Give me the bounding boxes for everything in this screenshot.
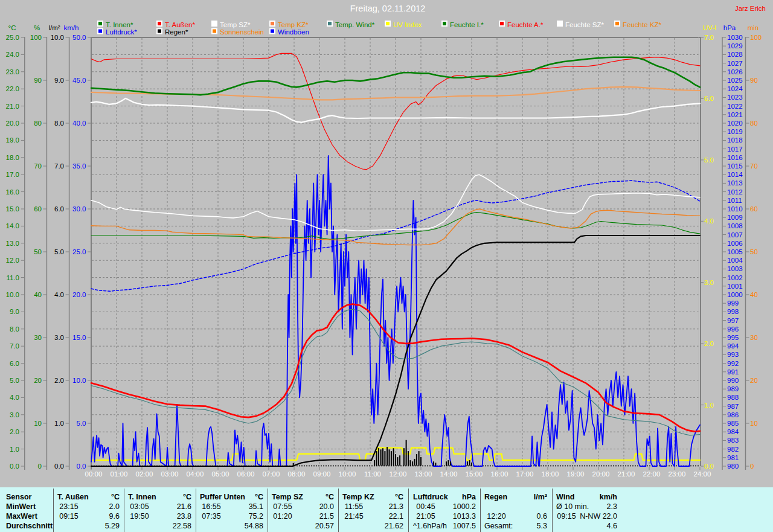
svg-text:20: 20	[34, 377, 42, 384]
svg-text:Luftdruck*: Luftdruck*	[106, 28, 137, 36]
svg-text:1030: 1030	[727, 34, 743, 41]
svg-text:Durchschnitt: Durchschnitt	[6, 522, 53, 530]
svg-text:60: 60	[750, 205, 758, 213]
svg-text:2.0: 2.0	[10, 428, 19, 435]
svg-text:990: 990	[727, 377, 739, 384]
svg-text:03:00: 03:00	[161, 470, 179, 478]
svg-text:1001: 1001	[727, 283, 743, 290]
svg-text:01:20: 01:20	[273, 512, 292, 521]
svg-text:20.0: 20.0	[319, 502, 334, 511]
svg-text:1028: 1028	[727, 51, 743, 58]
svg-text:00:00: 00:00	[85, 470, 103, 478]
svg-text:16.0: 16.0	[6, 188, 19, 196]
svg-text:20.0: 20.0	[72, 291, 86, 298]
svg-text:995: 995	[727, 334, 739, 341]
svg-text:km/h: km/h	[64, 24, 79, 31]
svg-text:1017: 1017	[727, 146, 743, 153]
svg-text:23.0: 23.0	[6, 68, 19, 75]
svg-text:21:45: 21:45	[344, 512, 363, 521]
svg-text:1015: 1015	[727, 162, 743, 170]
svg-text:2.3: 2.3	[607, 502, 617, 511]
svg-text:T. Innen*: T. Innen*	[106, 21, 133, 28]
svg-text:35.1: 35.1	[249, 502, 263, 511]
svg-text:998: 998	[727, 308, 739, 315]
svg-text:1.0: 1.0	[704, 402, 714, 409]
svg-text:10.0: 10.0	[51, 34, 64, 41]
svg-text:40: 40	[750, 291, 758, 298]
svg-text:20:00: 20:00	[592, 470, 610, 478]
svg-text:11.0: 11.0	[6, 274, 19, 281]
svg-text:1008: 1008	[727, 222, 743, 229]
svg-text:30: 30	[34, 334, 42, 341]
svg-text:Temp SZ: Temp SZ	[272, 493, 303, 501]
svg-text:5.0: 5.0	[54, 248, 64, 255]
svg-text:985: 985	[727, 420, 739, 427]
svg-text:54.88: 54.88	[245, 522, 263, 530]
svg-text:Feuchte I.*: Feuchte I.*	[450, 21, 484, 28]
svg-text:MaxWert: MaxWert	[6, 512, 38, 521]
svg-text:1014: 1014	[727, 171, 743, 178]
svg-text:50.0: 50.0	[72, 34, 86, 41]
svg-text:23.8: 23.8	[177, 512, 191, 521]
svg-text:07:55: 07:55	[273, 502, 292, 511]
svg-text:0.0: 0.0	[704, 463, 714, 470]
svg-text:1013: 1013	[727, 179, 743, 187]
svg-text:Wind: Wind	[556, 493, 574, 501]
svg-text:11:00: 11:00	[364, 470, 381, 478]
svg-text:N-NW 22.0: N-NW 22.0	[580, 512, 617, 521]
svg-text:4.0: 4.0	[10, 394, 19, 401]
svg-text:1002: 1002	[727, 274, 743, 281]
svg-text:983: 983	[727, 437, 739, 444]
svg-text:Puffer Unten: Puffer Unten	[200, 493, 245, 501]
svg-text:4.0: 4.0	[704, 217, 714, 225]
svg-text:25.0: 25.0	[6, 34, 19, 41]
svg-text:UV-I: UV-I	[703, 24, 716, 31]
svg-text:0: 0	[750, 463, 754, 470]
svg-text:22.58: 22.58	[173, 522, 191, 530]
svg-text:6.0: 6.0	[54, 205, 64, 213]
svg-text:23:00: 23:00	[669, 470, 686, 478]
svg-text:1019: 1019	[727, 128, 743, 135]
svg-text:l/m²: l/m²	[534, 493, 547, 501]
svg-text:988: 988	[727, 394, 739, 401]
svg-text:2.0: 2.0	[704, 340, 714, 347]
svg-text:°C: °C	[326, 493, 334, 501]
svg-text:°C: °C	[8, 24, 16, 31]
svg-text:1010: 1010	[727, 205, 743, 213]
svg-text:14.0: 14.0	[6, 222, 19, 229]
svg-text:T. Außen: T. Außen	[57, 493, 89, 501]
svg-text:1023: 1023	[727, 94, 743, 101]
svg-text:40.0: 40.0	[72, 120, 86, 127]
svg-text:980: 980	[727, 463, 739, 470]
svg-text:991: 991	[727, 368, 739, 376]
svg-text:MinWert: MinWert	[6, 502, 36, 511]
svg-text:20.0: 20.0	[6, 120, 19, 127]
svg-text:20: 20	[750, 377, 758, 384]
svg-text:05:00: 05:00	[212, 470, 229, 478]
svg-text:06:00: 06:00	[237, 470, 255, 478]
svg-text:9.0: 9.0	[54, 77, 64, 84]
svg-text:09:15: 09:15	[59, 512, 78, 521]
svg-text:13:00: 13:00	[415, 470, 432, 478]
svg-text:8.0: 8.0	[10, 325, 19, 333]
svg-text:22:00: 22:00	[643, 470, 661, 478]
svg-text:25.0: 25.0	[72, 248, 86, 255]
svg-text:°C: °C	[395, 493, 403, 501]
svg-text:19:00: 19:00	[567, 470, 585, 478]
svg-text:T. Außen*: T. Außen*	[165, 21, 195, 28]
svg-text:Feuchte A.*: Feuchte A.*	[507, 21, 544, 28]
svg-text:997: 997	[727, 317, 739, 324]
svg-text:Jarz Erich: Jarz Erich	[735, 5, 766, 12]
svg-text:1025: 1025	[727, 77, 743, 84]
svg-text:19:50: 19:50	[130, 512, 149, 521]
svg-text:0.0: 0.0	[77, 463, 86, 470]
svg-text:986: 986	[727, 411, 739, 418]
svg-text:°C: °C	[183, 493, 191, 501]
svg-text:10: 10	[34, 420, 42, 427]
svg-text:23:15: 23:15	[59, 502, 78, 511]
svg-text:7.0: 7.0	[10, 342, 19, 350]
svg-text:50: 50	[34, 248, 42, 255]
svg-text:10.0: 10.0	[72, 377, 86, 384]
svg-text:07:00: 07:00	[263, 470, 280, 478]
svg-text:5.0: 5.0	[77, 420, 86, 427]
